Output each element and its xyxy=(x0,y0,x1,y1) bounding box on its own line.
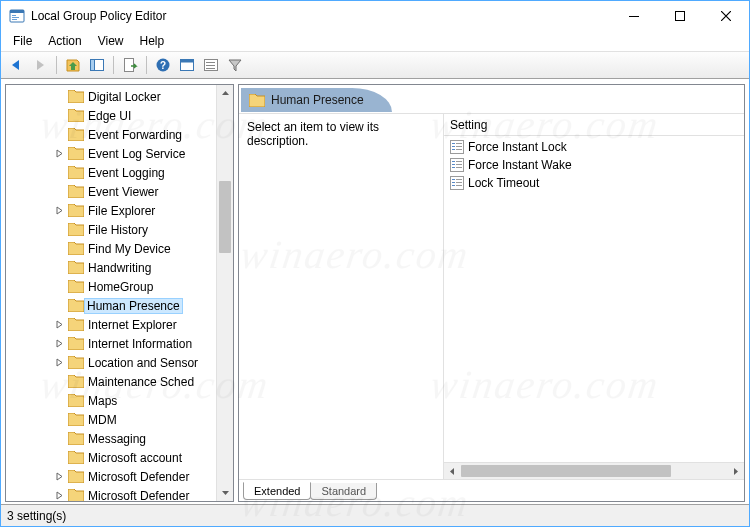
tree-item[interactable]: Internet Explorer xyxy=(6,315,216,334)
content-area: Digital LockerEdge UIEvent ForwardingEve… xyxy=(1,79,749,504)
app-window: Local Group Policy Editor File Action Vi… xyxy=(0,0,750,527)
tree-item[interactable]: File History xyxy=(6,220,216,239)
tree-item[interactable]: Event Forwarding xyxy=(6,125,216,144)
folder-icon xyxy=(68,261,84,274)
filter-button[interactable] xyxy=(224,54,246,76)
tree-item[interactable]: Event Log Service xyxy=(6,144,216,163)
description-text: Select an item to view its description. xyxy=(247,120,379,148)
tree-item-label: Microsoft Defender xyxy=(87,489,190,502)
tree-item-label: Event Log Service xyxy=(87,147,186,161)
tree-item[interactable]: Digital Locker xyxy=(6,87,216,106)
horizontal-scrollbar[interactable] xyxy=(444,462,744,479)
details-pane: Human Presence Select an item to view it… xyxy=(238,84,745,502)
svg-text:?: ? xyxy=(160,60,166,71)
svg-rect-31 xyxy=(456,167,462,168)
toolbar: ? xyxy=(1,51,749,79)
tree-item[interactable]: HomeGroup xyxy=(6,277,216,296)
tab-standard[interactable]: Standard xyxy=(310,483,377,500)
column-header-setting[interactable]: Setting xyxy=(444,114,744,136)
scroll-thumb-horizontal[interactable] xyxy=(461,465,671,477)
tree-item-label: Maintenance Sched xyxy=(87,375,195,389)
svg-rect-15 xyxy=(206,62,215,63)
tree-item[interactable]: Messaging xyxy=(6,429,216,448)
tree-item[interactable]: File Explorer xyxy=(6,201,216,220)
menu-help[interactable]: Help xyxy=(132,32,173,50)
svg-rect-1 xyxy=(10,10,24,13)
tree-item[interactable]: Location and Sensor xyxy=(6,353,216,372)
svg-rect-5 xyxy=(629,16,639,17)
folder-icon xyxy=(68,166,84,179)
export-list-button[interactable] xyxy=(119,54,141,76)
forward-button[interactable] xyxy=(29,54,51,76)
scroll-up-arrow[interactable] xyxy=(217,85,233,102)
expander-icon[interactable] xyxy=(54,320,64,330)
scroll-right-arrow[interactable] xyxy=(727,463,744,480)
tree-item-label: Human Presence xyxy=(84,298,183,314)
properties-button[interactable] xyxy=(176,54,198,76)
tree-item[interactable]: Event Logging xyxy=(6,163,216,182)
svg-rect-23 xyxy=(452,149,455,150)
expander-icon[interactable] xyxy=(54,206,64,216)
tree-item[interactable]: Maintenance Sched xyxy=(6,372,216,391)
expander-icon[interactable] xyxy=(54,491,64,501)
tree-item-label: Digital Locker xyxy=(87,90,162,104)
up-button[interactable] xyxy=(62,54,84,76)
tree-item-label: Internet Explorer xyxy=(87,318,178,332)
close-button[interactable] xyxy=(703,1,749,31)
tree-item[interactable]: Internet Information xyxy=(6,334,216,353)
tree-item[interactable]: Find My Device xyxy=(6,239,216,258)
svg-rect-22 xyxy=(456,146,462,147)
folder-icon xyxy=(68,90,84,103)
show-hide-tree-button[interactable] xyxy=(86,54,108,76)
tree-item[interactable]: Maps xyxy=(6,391,216,410)
tree-item[interactable]: Human Presence xyxy=(6,296,216,315)
expander-icon[interactable] xyxy=(54,358,64,368)
folder-icon xyxy=(68,204,84,217)
svg-rect-2 xyxy=(12,15,16,16)
menu-action[interactable]: Action xyxy=(40,32,89,50)
tree-item[interactable]: Handwriting xyxy=(6,258,216,277)
setting-label: Lock Timeout xyxy=(468,176,539,190)
tree-item[interactable]: Microsoft Defender xyxy=(6,486,216,501)
tree-item[interactable]: Edge UI xyxy=(6,106,216,125)
folder-icon xyxy=(68,223,84,236)
expander-icon[interactable] xyxy=(54,149,64,159)
vertical-scrollbar[interactable] xyxy=(216,85,233,501)
menu-file[interactable]: File xyxy=(5,32,40,50)
svg-rect-17 xyxy=(206,68,215,69)
scroll-thumb[interactable] xyxy=(219,181,231,253)
back-button[interactable] xyxy=(5,54,27,76)
scroll-left-arrow[interactable] xyxy=(444,463,461,480)
setting-item[interactable]: Lock Timeout xyxy=(444,174,744,192)
tree-item-label: Event Viewer xyxy=(87,185,159,199)
all-settings-button[interactable] xyxy=(200,54,222,76)
tab-extended[interactable]: Extended xyxy=(243,482,311,500)
maximize-button[interactable] xyxy=(657,1,703,31)
toolbar-separator xyxy=(146,56,147,74)
tree-item-label: Microsoft account xyxy=(87,451,183,465)
window-controls xyxy=(611,1,749,31)
scroll-down-arrow[interactable] xyxy=(217,484,233,501)
setting-label: Force Instant Wake xyxy=(468,158,572,172)
tree-item[interactable]: Microsoft account xyxy=(6,448,216,467)
help-button[interactable]: ? xyxy=(152,54,174,76)
setting-item[interactable]: Force Instant Wake xyxy=(444,156,744,174)
svg-rect-36 xyxy=(456,182,462,183)
svg-rect-3 xyxy=(12,17,19,18)
folder-icon xyxy=(68,109,84,122)
tree-item[interactable]: MDM xyxy=(6,410,216,429)
svg-rect-24 xyxy=(456,149,462,150)
tree-item-label: MDM xyxy=(87,413,118,427)
svg-rect-6 xyxy=(676,12,685,21)
folder-icon xyxy=(68,337,84,350)
tree-item[interactable]: Event Viewer xyxy=(6,182,216,201)
minimize-button[interactable] xyxy=(611,1,657,31)
tree-item-label: Event Logging xyxy=(87,166,166,180)
menu-view[interactable]: View xyxy=(90,32,132,50)
tree-pane: Digital LockerEdge UIEvent ForwardingEve… xyxy=(5,84,234,502)
expander-icon[interactable] xyxy=(54,339,64,349)
expander-icon[interactable] xyxy=(54,472,64,482)
tree-item[interactable]: Microsoft Defender xyxy=(6,467,216,486)
svg-rect-35 xyxy=(452,182,455,183)
setting-item[interactable]: Force Instant Lock xyxy=(444,138,744,156)
